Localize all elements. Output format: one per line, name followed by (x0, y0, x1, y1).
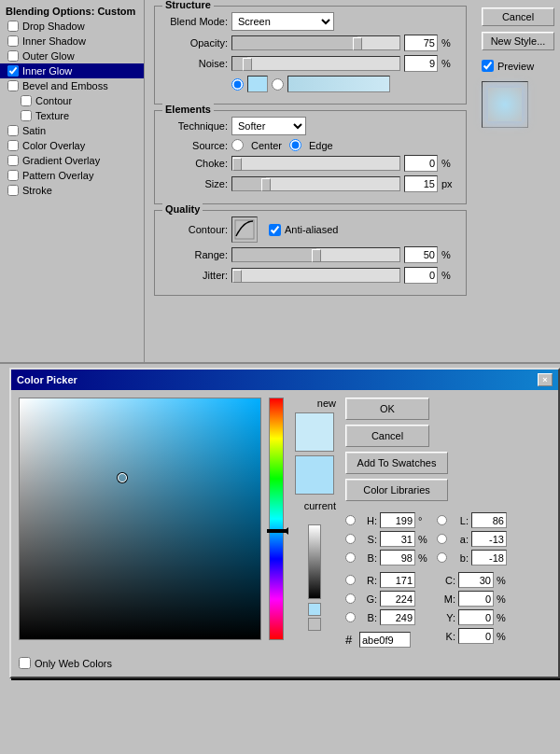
C-input[interactable] (458, 572, 494, 588)
red-radio[interactable] (345, 575, 356, 585)
saturation-radio[interactable] (345, 534, 356, 544)
sidebar-item-outer-glow[interactable]: Outer Glow (0, 49, 144, 63)
add-to-swatches-button[interactable]: Add To Swatches (345, 452, 448, 474)
pattern-overlay-checkbox[interactable] (7, 170, 19, 181)
ok-button[interactable]: OK (345, 398, 429, 420)
noise-thumb[interactable] (243, 58, 252, 71)
anti-aliased-checkbox[interactable] (269, 224, 281, 236)
jitter-slider[interactable] (231, 268, 400, 283)
source-center-radio[interactable] (231, 139, 244, 151)
solid-color-radio[interactable] (231, 78, 244, 91)
sidebar-item-pattern-overlay[interactable]: Pattern Overlay (0, 168, 144, 183)
opacity-input[interactable] (404, 35, 438, 51)
sidebar-item-gradient-overlay[interactable]: Gradient Overlay (0, 153, 144, 168)
preview-checkbox[interactable] (482, 60, 494, 72)
color-picker-right: OK Cancel Add To Swatches Color Librarie… (345, 398, 551, 648)
sidebar-item-stroke[interactable]: Stroke (0, 183, 144, 198)
brightness-radio[interactable] (345, 552, 356, 563)
color-swatch[interactable] (247, 76, 268, 92)
close-button[interactable]: × (538, 373, 553, 386)
drop-shadow-checkbox[interactable] (7, 21, 19, 32)
hue-radio[interactable] (345, 515, 356, 525)
sidebar-item-inner-glow[interactable]: Inner Glow (0, 63, 144, 78)
hex-input[interactable] (359, 632, 411, 648)
only-web-colors-checkbox[interactable] (19, 657, 31, 669)
alpha-swatch-bottom[interactable] (308, 618, 321, 631)
brightness-input[interactable] (380, 550, 415, 566)
source-edge-radio[interactable] (289, 139, 301, 151)
current-color-swatch[interactable] (295, 455, 334, 495)
range-input[interactable] (404, 246, 438, 263)
noise-input[interactable] (404, 55, 438, 72)
range-thumb[interactable] (312, 249, 321, 262)
sidebar-item-drop-shadow[interactable]: Drop Shadow (0, 19, 144, 34)
texture-checkbox[interactable] (21, 110, 32, 121)
sidebar-item-contour[interactable]: Contour (0, 93, 144, 108)
choke-thumb[interactable] (232, 158, 242, 171)
bevel-emboss-checkbox[interactable] (7, 80, 19, 91)
gradient-preview[interactable] (287, 76, 390, 92)
sidebar-item-color-overlay[interactable]: Color Overlay (0, 138, 144, 153)
cancel-button[interactable]: Cancel (482, 7, 554, 26)
hue-field-row: H: ° (345, 512, 429, 528)
b-input[interactable] (471, 550, 507, 566)
jitter-input[interactable] (404, 267, 438, 284)
color-mode-row (162, 76, 458, 92)
jitter-thumb[interactable] (232, 270, 242, 283)
noise-row: Noise: % (162, 55, 458, 72)
M-input[interactable] (458, 591, 494, 607)
alpha-swatch-top[interactable] (308, 603, 321, 616)
green-input[interactable] (380, 591, 415, 607)
size-slider[interactable] (231, 176, 400, 191)
technique-select[interactable]: Softer Precise (231, 117, 306, 135)
blue-input[interactable] (380, 609, 415, 625)
size-input[interactable] (404, 175, 438, 192)
inner-glow-checkbox[interactable] (7, 65, 19, 77)
gradient-radio[interactable] (272, 78, 284, 91)
satin-checkbox[interactable] (7, 125, 19, 136)
sidebar-item-blending-options[interactable]: Blending Options: Custom (0, 4, 144, 19)
new-color-swatch[interactable] (295, 412, 334, 452)
outer-glow-checkbox[interactable] (7, 50, 19, 62)
K-input[interactable] (458, 628, 494, 644)
L-input[interactable] (471, 512, 507, 528)
sidebar-item-texture[interactable]: Texture (0, 108, 144, 123)
hue-slider[interactable] (269, 398, 284, 640)
inner-shadow-checkbox[interactable] (7, 35, 19, 47)
opacity-slider-track[interactable] (231, 35, 400, 50)
saturation-input[interactable] (380, 531, 415, 547)
L-radio[interactable] (437, 515, 447, 525)
color-overlay-checkbox[interactable] (7, 140, 19, 151)
a-radio[interactable] (437, 534, 447, 544)
sidebar-item-bevel-emboss[interactable]: Bevel and Emboss (0, 78, 144, 93)
range-slider[interactable] (231, 247, 400, 262)
blue-radio[interactable] (345, 612, 356, 622)
size-thumb[interactable] (261, 178, 271, 191)
K-field-row: K: % (437, 628, 508, 644)
sidebar-item-inner-shadow[interactable]: Inner Shadow (0, 34, 144, 49)
color-field[interactable] (19, 398, 261, 640)
new-style-button[interactable]: New Style... (482, 32, 554, 50)
contour-picker[interactable] (231, 216, 258, 243)
hue-input[interactable] (380, 512, 415, 528)
contour-checkbox[interactable] (21, 95, 32, 106)
color-libraries-button[interactable]: Color Libraries (345, 479, 448, 501)
red-input[interactable] (380, 572, 415, 588)
elements-section: Elements Technique: Softer Precise Sourc… (154, 110, 467, 204)
noise-slider-track[interactable] (231, 56, 400, 71)
opacity-unit: % (441, 37, 458, 49)
Y-input[interactable] (458, 609, 494, 625)
new-color-label: new (317, 398, 338, 409)
stroke-checkbox[interactable] (7, 185, 19, 196)
blend-mode-select[interactable]: Screen (231, 12, 334, 31)
sidebar-item-satin[interactable]: Satin (0, 123, 144, 138)
alpha-slider[interactable] (308, 524, 321, 599)
gradient-overlay-checkbox[interactable] (7, 155, 19, 166)
choke-input[interactable] (404, 155, 438, 172)
choke-slider[interactable] (231, 156, 400, 171)
green-radio[interactable] (345, 593, 356, 604)
cp-cancel-button[interactable]: Cancel (345, 425, 429, 447)
opacity-thumb[interactable] (353, 37, 362, 50)
b-radio[interactable] (437, 552, 447, 563)
a-input[interactable] (471, 531, 507, 547)
